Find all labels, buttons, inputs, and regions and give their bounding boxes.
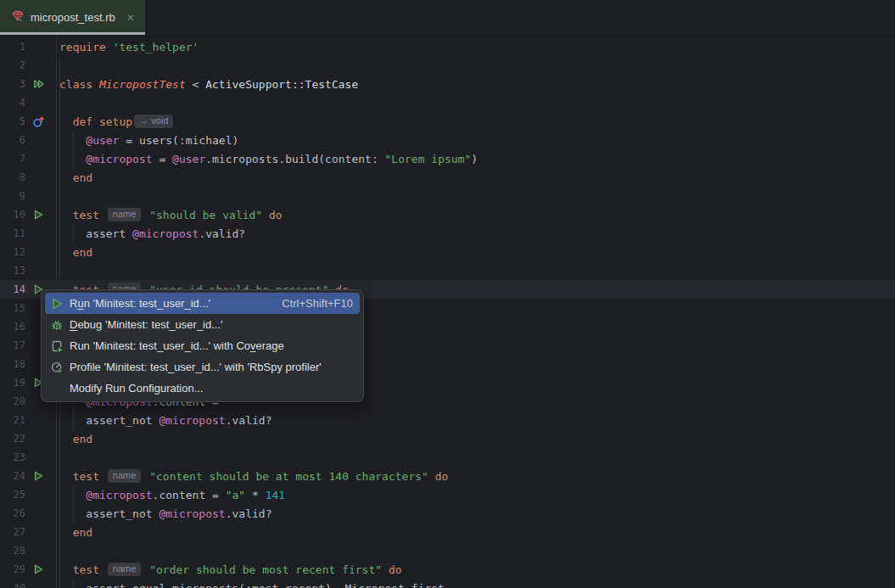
run-gutter-icon[interactable]: [25, 470, 59, 482]
line-number: 13: [0, 265, 25, 277]
code-text[interactable]: end: [59, 171, 92, 184]
code-text[interactable]: @user = users(:michael): [59, 134, 238, 147]
inline-hint-badge: name: [108, 563, 142, 576]
code-line: 4: [0, 93, 895, 112]
inline-hint-badge: → void: [134, 115, 173, 128]
code-token: end: [73, 171, 92, 184]
code-token: [428, 470, 435, 483]
code-token: .valid?: [199, 227, 245, 240]
coverage-icon: [50, 339, 64, 353]
tab-close-icon[interactable]: ✕: [126, 13, 135, 23]
run-all-gutter-icon[interactable]: [25, 78, 59, 90]
line-number: 19: [0, 377, 25, 389]
line-number: 21: [0, 414, 25, 426]
code-token: [59, 171, 73, 184]
code-line: 1require 'test_helper': [0, 37, 895, 56]
code-token: [59, 489, 86, 501]
menu-item-debug[interactable]: Debug 'Minitest: test_user_id...': [45, 314, 360, 335]
code-token: "should be valid": [149, 209, 262, 221]
inline-hint-badge: name: [108, 208, 142, 221]
run-gutter-icon[interactable]: [25, 209, 59, 221]
menu-item-label: Debug 'Minitest: test_user_id...': [70, 318, 353, 331]
menu-item-run[interactable]: Run 'Minitest: test_user_id...' with Cov…: [45, 335, 360, 356]
code-text[interactable]: test name "content should be at most 140…: [59, 469, 448, 483]
code-token: ActiveSupport::TestCase: [205, 78, 358, 91]
code-line: 12 end: [0, 243, 895, 261]
code-token: require: [59, 41, 106, 53]
line-number: 15: [0, 302, 25, 314]
code-token: do: [269, 209, 282, 221]
code-text[interactable]: assert_not @micropost.valid?: [59, 414, 271, 427]
menu-item-run[interactable]: Run 'Minitest: test_user_id...'Ctrl+Shif…: [45, 293, 360, 314]
code-text[interactable]: test name "order should be most recent f…: [59, 563, 402, 576]
code-token: @micropost: [159, 507, 225, 520]
run-icon: [50, 297, 64, 311]
code-line: 3class MicropostTest < ActiveSupport::Te…: [0, 75, 895, 93]
code-line: 23: [0, 448, 895, 467]
code-token: <: [186, 78, 205, 91]
code-token: [143, 209, 149, 221]
code-token: [59, 563, 73, 576]
code-token: assert_not: [59, 507, 159, 520]
code-token: [143, 470, 149, 483]
code-line: 11 assert @micropost.valid?: [0, 224, 895, 243]
code-token: .content =: [153, 489, 226, 501]
code-token: [99, 209, 106, 221]
line-number: 25: [0, 489, 25, 501]
tab-micropost-test[interactable]: micropost_test.rb ✕: [0, 0, 145, 35]
code-line: 24 test name "content should be at most …: [0, 467, 895, 485]
code-text[interactable]: end: [59, 246, 92, 259]
line-number: 26: [0, 507, 25, 519]
menu-item-profile[interactable]: Profile 'Minitest: test_user_id...' with…: [45, 356, 360, 378]
code-line: 7 @micropost = @user.microposts.build(co…: [0, 149, 895, 168]
tab-title: micropost_test.rb: [31, 11, 115, 24]
line-number: 8: [0, 171, 25, 183]
editor-tab-bar: micropost_test.rb ✕: [0, 0, 895, 36]
code-text[interactable]: assert_equal microposts(:most_recent), M…: [59, 582, 445, 588]
code-token: [59, 153, 86, 165]
run-gutter-icon[interactable]: [25, 563, 59, 575]
code-text[interactable]: def setup→ void: [59, 115, 175, 128]
line-number: 7: [0, 153, 25, 165]
menu-shortcut: Ctrl+Shift+F10: [282, 297, 353, 310]
code-token: @micropost: [132, 227, 199, 240]
code-token: end: [73, 526, 92, 539]
line-number: 22: [0, 433, 25, 445]
line-number: 20: [0, 395, 25, 407]
code-token: [143, 563, 149, 576]
debug-icon: [50, 318, 64, 332]
inline-hint-badge: name: [108, 469, 142, 483]
code-token: [382, 563, 389, 576]
code-line: 21 assert_not @micropost.valid?: [0, 411, 895, 429]
override-gutter-icon[interactable]: [25, 115, 59, 128]
ruby-test-file-icon: [11, 9, 25, 26]
line-number: 23: [0, 451, 25, 463]
code-token: [59, 134, 86, 147]
code-token: @micropost: [86, 489, 152, 501]
code-text[interactable]: test name "should be valid" do: [59, 208, 282, 221]
code-token: .microposts.build(content:: [205, 153, 384, 165]
code-text[interactable]: assert_not @micropost.valid?: [59, 507, 271, 520]
menu-item-modify[interactable]: Modify Run Configuration...: [45, 378, 360, 399]
code-token: def: [73, 115, 92, 128]
code-text[interactable]: assert @micropost.valid?: [59, 227, 245, 240]
line-number: 14: [0, 283, 25, 295]
line-number: 9: [0, 190, 25, 202]
icon-spacer: [50, 382, 64, 395]
code-text[interactable]: @micropost.content = "a" * 141: [59, 489, 285, 501]
code-token: test: [73, 470, 99, 483]
code-text[interactable]: class MicropostTest < ActiveSupport::Tes…: [59, 78, 358, 91]
code-text[interactable]: end: [59, 526, 92, 539]
code-token: assert_equal microposts(:most_recent), M…: [59, 582, 445, 588]
code-line: 8 end: [0, 168, 895, 187]
code-text[interactable]: end: [59, 433, 92, 445]
code-token: [92, 115, 99, 128]
code-text[interactable]: @micropost = @user.microposts.build(cont…: [59, 153, 478, 165]
code-token: @user: [172, 153, 205, 165]
code-token: ): [471, 153, 478, 165]
menu-item-label: Run 'Minitest: test_user_id...' with Cov…: [70, 339, 353, 352]
code-token: do: [389, 563, 402, 576]
line-number: 1: [0, 41, 25, 53]
code-text[interactable]: require 'test_helper': [59, 41, 199, 53]
profile-icon: [50, 361, 64, 374]
